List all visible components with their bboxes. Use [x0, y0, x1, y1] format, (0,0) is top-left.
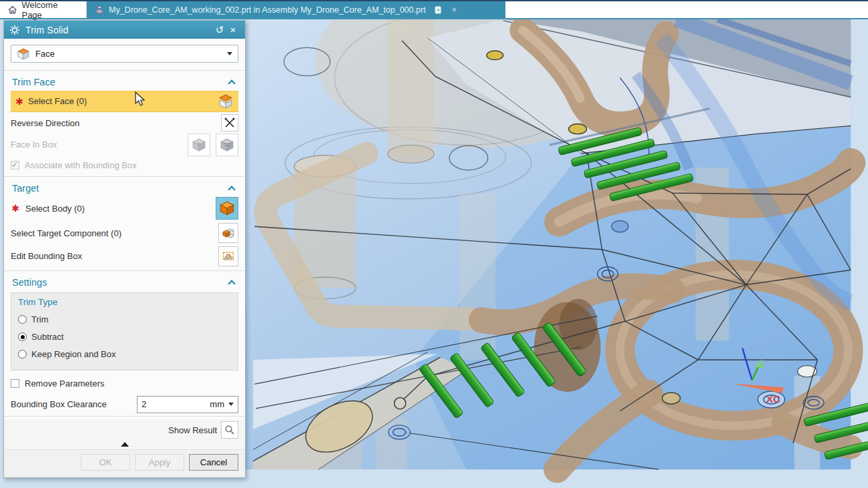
radio-keep-region-label: Keep Region and Box	[31, 349, 116, 359]
radio-keep-region[interactable]	[18, 350, 27, 358]
reverse-direction-button[interactable]	[221, 114, 238, 132]
radio-row-subtract[interactable]: Subtract	[18, 328, 231, 346]
gray-cube-outline-icon	[220, 138, 234, 152]
clearance-input-group: mm	[137, 396, 238, 413]
select-target-component-button[interactable]	[218, 223, 238, 243]
trim-face-title: Trim Face	[12, 77, 55, 87]
unit-dropdown-icon[interactable]	[228, 403, 234, 406]
radio-row-trim[interactable]: Trim	[18, 311, 231, 328]
required-asterisk: ✱	[15, 96, 24, 107]
gear-icon	[9, 25, 20, 35]
select-body-button[interactable]	[216, 197, 238, 220]
close-icon[interactable]: ×	[226, 23, 240, 37]
edit-bounding-box-label: Edit Bounding Box	[11, 251, 213, 261]
bounding-box-clearance-row: Bounding Box Clearance mm	[11, 395, 238, 413]
select-target-component-row: Select Target Component (0)	[4, 222, 245, 245]
trim-type-label: Trim Type	[18, 297, 231, 307]
ok-button[interactable]: OK	[81, 454, 130, 471]
trim-solid-dialog: Trim Solid ↺ × Face Trim Face ✱ Select F…	[3, 20, 246, 478]
assembly-icon	[95, 5, 104, 14]
target-title: Target	[12, 183, 39, 194]
wcs-xc-label: XC	[766, 393, 780, 405]
settings-title: Settings	[12, 277, 47, 288]
radio-trim[interactable]	[18, 315, 27, 324]
chevron-down-icon	[227, 52, 232, 55]
face-type-icon	[17, 47, 30, 61]
gray-cube-icon	[192, 138, 206, 152]
dialog-buttons: OK Apply Cancel	[4, 449, 245, 477]
apply-button[interactable]: Apply	[135, 454, 184, 471]
home-icon	[8, 5, 17, 14]
edit-bounding-box-button[interactable]	[218, 246, 238, 266]
section-target-header[interactable]: Target	[4, 180, 245, 196]
tab-bar-empty-area	[505, 1, 868, 18]
component-icon	[222, 226, 235, 240]
divider	[4, 270, 245, 271]
clearance-value-input[interactable]	[142, 399, 180, 409]
select-body-row: ✱ Select Body (0)	[4, 196, 245, 221]
radio-subtract[interactable]	[18, 332, 27, 341]
associate-bounding-box-row: Associate with Bounding Box	[4, 157, 245, 174]
orange-cube-icon	[219, 200, 235, 216]
reverse-direction-icon	[224, 117, 235, 128]
trim-type-groupbox: Trim Type Trim Subtract Keep Region and …	[11, 292, 238, 371]
dialog-collapse-handle[interactable]	[4, 441, 245, 449]
remove-parameters-row[interactable]: Remove Parameters	[11, 376, 238, 391]
section-settings-header[interactable]: Settings	[4, 274, 245, 290]
tab-welcome-label: Welcome Page	[21, 0, 78, 20]
face-in-box-button-1[interactable]	[188, 134, 210, 156]
section-trim-face-header[interactable]: Trim Face	[4, 73, 245, 89]
dialog-header[interactable]: Trim Solid ↺ ×	[4, 21, 245, 39]
associate-label: Associate with Bounding Box	[25, 160, 137, 170]
trim-type-selector[interactable]: Face	[11, 45, 238, 63]
tab-part-document[interactable]: My_Drone_Core_AM_working_002.prt in Asse…	[87, 1, 505, 18]
associate-checkbox[interactable]	[11, 161, 19, 170]
select-target-component-label: Select Target Component (0)	[11, 228, 213, 238]
show-result-row: Show Result	[4, 419, 245, 441]
magnifier-icon	[224, 425, 235, 435]
tab-part-label: My_Drone_Core_AM_working_002.prt in Asse…	[109, 5, 426, 15]
radio-subtract-label: Subtract	[31, 332, 63, 342]
tab-welcome-page[interactable]: Welcome Page	[0, 1, 87, 18]
type-selector-value: Face	[35, 49, 222, 59]
face-select-icon	[218, 94, 233, 109]
remove-parameters-checkbox[interactable]	[11, 379, 19, 388]
remove-parameters-label: Remove Parameters	[25, 379, 104, 389]
select-body-label: Select Body (0)	[25, 204, 210, 214]
tab-bar: Welcome Page My_Drone_Core_AM_working_00…	[0, 0, 868, 19]
select-face-row[interactable]: ✱ Select Face (0)	[11, 91, 238, 112]
cancel-button[interactable]: Cancel	[189, 454, 238, 471]
reset-icon[interactable]: ↺	[213, 23, 226, 37]
divider	[4, 176, 245, 177]
face-in-box-label: Face In Box	[11, 140, 182, 150]
select-face-label: Select Face (0)	[28, 96, 213, 106]
edit-bounding-box-row: Edit Bounding Box	[4, 244, 245, 268]
collapse-icon	[228, 280, 235, 287]
modified-doc-icon	[435, 6, 442, 14]
divider	[4, 416, 245, 417]
show-result-label: Show Result	[168, 425, 217, 435]
dialog-footer: Show Result OK Apply Cancel	[4, 413, 245, 477]
reverse-direction-label: Reverse Direction	[11, 118, 216, 128]
clearance-label: Bounding Box Clearance	[11, 399, 107, 409]
required-asterisk: ✱	[11, 203, 20, 214]
collapse-up-icon	[121, 442, 129, 447]
divider	[4, 70, 245, 71]
face-in-box-row: Face In Box	[4, 133, 245, 158]
tab-close-icon[interactable]: ×	[452, 5, 457, 15]
bounding-box-icon	[222, 250, 235, 263]
clearance-unit: mm	[210, 399, 224, 409]
select-face-icon-button[interactable]	[217, 93, 234, 110]
reverse-direction-row: Reverse Direction	[4, 113, 245, 133]
dialog-title: Trim Solid	[25, 25, 69, 35]
face-in-box-button-2[interactable]	[216, 134, 238, 156]
radio-trim-label: Trim	[31, 314, 49, 324]
radio-row-keep-region[interactable]: Keep Region and Box	[18, 346, 231, 363]
collapse-icon	[228, 79, 235, 87]
collapse-icon	[228, 186, 235, 194]
show-result-button[interactable]	[221, 421, 238, 439]
